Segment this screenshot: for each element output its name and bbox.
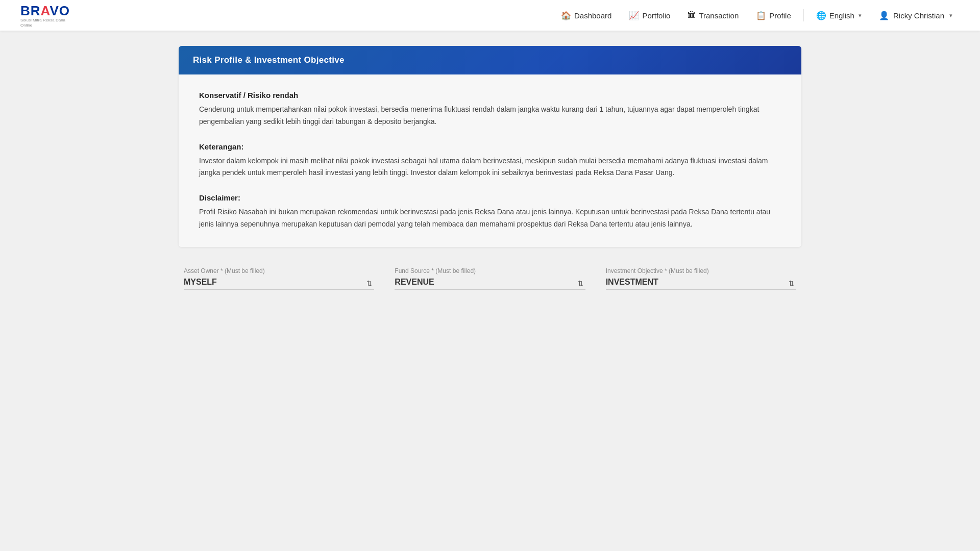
asset-owner-group: Asset Owner * (Must be filled) MYSELF SP… — [184, 267, 374, 290]
nav-dashboard[interactable]: 🏠 Dashboard — [554, 7, 619, 24]
nav-separator — [803, 9, 804, 21]
section-keterangan: Keterangan: Investor dalam kelompok ini … — [199, 142, 781, 180]
section-disclaimer-title: Disclaimer: — [199, 193, 781, 202]
section-konservatif-title: Konservatif / Risiko rendah — [199, 91, 781, 99]
section-keterangan-text: Investor dalam kelompok ini masih meliha… — [199, 155, 781, 180]
fund-source-group: Fund Source * (Must be filled) REVENUE S… — [395, 267, 585, 290]
section-keterangan-title: Keterangan: — [199, 142, 781, 151]
section-disclaimer: Disclaimer: Profil Risiko Nasabah ini bu… — [199, 193, 781, 231]
risk-profile-card: Risk Profile & Investment Objective Kons… — [179, 46, 801, 247]
nav-profile[interactable]: 📋 Profile — [749, 7, 798, 24]
nav-language[interactable]: 🌐 English — [809, 7, 869, 24]
section-disclaimer-text: Profil Risiko Nasabah ini bukan merupaka… — [199, 206, 781, 231]
user-icon: 👤 — [879, 11, 889, 20]
card-body: Konservatif / Risiko rendah Cenderung un… — [179, 74, 801, 247]
form-row: Asset Owner * (Must be filled) MYSELF SP… — [179, 267, 801, 290]
asset-owner-select[interactable]: MYSELF SPOUSE CHILD PARENT OTHER — [184, 278, 374, 286]
language-icon: 🌐 — [816, 11, 826, 20]
portfolio-icon: 📈 — [629, 11, 639, 20]
nav-portfolio[interactable]: 📈 Portfolio — [622, 7, 677, 24]
navbar: BRAVO Solusi Mitra Reksa Dana Online 🏠 D… — [0, 0, 980, 31]
nav-transaction[interactable]: 🏛 Transaction — [680, 7, 746, 24]
transaction-icon: 🏛 — [688, 11, 696, 20]
fund-source-select[interactable]: REVENUE SAVINGS INHERITANCE GIFT OTHER — [395, 278, 585, 286]
home-icon: 🏠 — [561, 11, 571, 20]
card-header-title: Risk Profile & Investment Objective — [193, 55, 345, 65]
investment-objective-select[interactable]: INVESTMENT RETIREMENT EDUCATION EMERGENC… — [606, 278, 796, 286]
brand-logo: BRAVO — [20, 3, 70, 18]
nav-menu: 🏠 Dashboard 📈 Portfolio 🏛 Transaction 📋 … — [554, 7, 960, 24]
page-content: Risk Profile & Investment Objective Kons… — [158, 31, 822, 305]
card-header: Risk Profile & Investment Objective — [179, 46, 801, 74]
investment-objective-wrapper: INVESTMENT RETIREMENT EDUCATION EMERGENC… — [606, 278, 796, 290]
profile-icon: 📋 — [756, 11, 766, 20]
brand-logo-container: BRAVO Solusi Mitra Reksa Dana Online — [20, 3, 70, 28]
asset-owner-wrapper: MYSELF SPOUSE CHILD PARENT OTHER ⇅ — [184, 278, 374, 290]
nav-user[interactable]: 👤 Ricky Christian — [872, 7, 960, 24]
section-konservatif-text: Cenderung untuk mempertahankan nilai pok… — [199, 104, 781, 128]
section-konservatif: Konservatif / Risiko rendah Cenderung un… — [199, 91, 781, 128]
investment-objective-label: Investment Objective * (Must be filled) — [606, 267, 796, 274]
asset-owner-label: Asset Owner * (Must be filled) — [184, 267, 374, 274]
investment-objective-group: Investment Objective * (Must be filled) … — [606, 267, 796, 290]
fund-source-label: Fund Source * (Must be filled) — [395, 267, 585, 274]
fund-source-wrapper: REVENUE SAVINGS INHERITANCE GIFT OTHER ⇅ — [395, 278, 585, 290]
brand-tagline: Solusi Mitra Reksa Dana Online — [20, 18, 66, 28]
